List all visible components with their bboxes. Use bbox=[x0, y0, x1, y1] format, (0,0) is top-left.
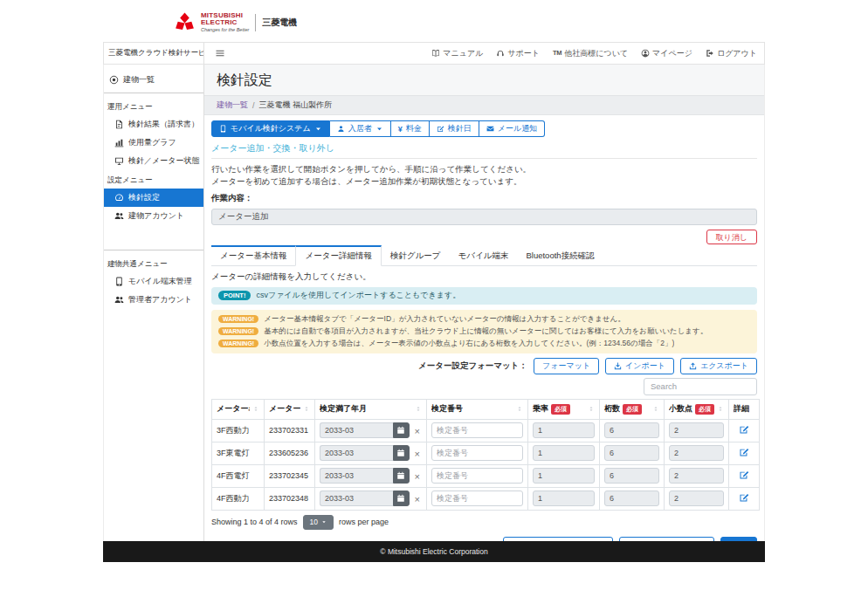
edit-detail-button[interactable] bbox=[739, 424, 749, 437]
column-header-content: メーターID bbox=[269, 403, 310, 415]
tab-item[interactable]: モバイル端末 bbox=[450, 245, 518, 266]
calendar-button[interactable] bbox=[393, 468, 410, 484]
format-button[interactable]: フォーマット bbox=[534, 358, 599, 374]
wizard-tabs: メーター基本情報メーター詳細情報検針グループモバイル端末Bluetooth接続確… bbox=[211, 245, 757, 266]
cert-number-input[interactable] bbox=[431, 445, 523, 461]
topmenu-item[interactable]: TM他社商標について bbox=[553, 48, 628, 59]
topmenu-item[interactable]: ログアウト bbox=[706, 48, 757, 59]
toolbar-button[interactable]: モバイル検針システム bbox=[211, 120, 330, 137]
column-label: メーターID bbox=[269, 403, 300, 415]
expiry-date-input bbox=[320, 445, 393, 461]
expiry-date-group: × bbox=[320, 468, 422, 484]
column-header[interactable]: 小数点位置必須 bbox=[665, 399, 729, 419]
column-header[interactable]: 桁数必須 bbox=[600, 399, 665, 419]
pencil-square-icon bbox=[437, 125, 444, 133]
menu-icon[interactable] bbox=[215, 43, 225, 64]
prev-tab-button[interactable]: 前：メーター基本情報 bbox=[503, 537, 613, 541]
toolbar-button[interactable]: メール通知 bbox=[479, 120, 545, 137]
sidebar-item[interactable]: モバイル端末管理 bbox=[104, 272, 203, 291]
sidebar-item[interactable]: 検針設定 bbox=[104, 189, 203, 207]
format-label: メーター設定フォーマット： bbox=[418, 360, 527, 372]
column-label: 小数点位置 bbox=[669, 403, 692, 415]
format-button[interactable]: エクスポート bbox=[680, 358, 757, 374]
clear-date-button[interactable]: × bbox=[413, 492, 422, 505]
calendar-button[interactable] bbox=[393, 491, 410, 506]
column-header[interactable]: 検定満了年月 bbox=[315, 399, 427, 419]
warning-line: WARNING!メーター基本情報タブで「メーターID」が入力されていないメーター… bbox=[218, 313, 750, 326]
pencil-square-icon bbox=[739, 492, 749, 503]
tab-instruction: メーターの詳細情報を入力してください。 bbox=[211, 271, 757, 283]
person-icon bbox=[337, 125, 345, 133]
expiry-date-group: × bbox=[320, 422, 422, 438]
tab-item[interactable]: Bluetooth接続確認 bbox=[517, 245, 603, 266]
sidebar-item[interactable]: 検針結果（請求書） bbox=[104, 115, 203, 134]
tab-item[interactable]: メーター基本情報 bbox=[211, 245, 295, 266]
expiry-cell: × bbox=[315, 419, 427, 442]
edit-detail-button[interactable] bbox=[739, 447, 749, 460]
sort-icon bbox=[588, 405, 595, 413]
cert-number-input[interactable] bbox=[431, 422, 523, 438]
record-circle-icon bbox=[109, 75, 119, 85]
page-title: 検針設定 bbox=[217, 72, 752, 90]
edit-detail-button[interactable] bbox=[739, 492, 749, 505]
topmenu-item-label: マニュアル bbox=[443, 48, 483, 59]
search-input[interactable] bbox=[644, 378, 757, 395]
clear-date-button[interactable]: × bbox=[413, 424, 422, 437]
column-header[interactable]: メーターID bbox=[265, 399, 315, 419]
clear-date-button[interactable]: × bbox=[413, 470, 422, 483]
work-content-label: 作業内容： bbox=[211, 193, 757, 204]
pencil-square-icon bbox=[739, 424, 749, 435]
topmenu-item[interactable]: サポート bbox=[496, 48, 540, 59]
cert-number-input[interactable] bbox=[431, 491, 523, 506]
sidebar-item[interactable]: 建物アカウント bbox=[104, 207, 203, 225]
cert-number-cell bbox=[427, 419, 528, 442]
sort-icon bbox=[516, 405, 523, 413]
toolbar-button[interactable]: ¥料金 bbox=[391, 120, 430, 137]
format-button[interactable]: インポート bbox=[605, 358, 674, 374]
cert-number-input[interactable] bbox=[431, 468, 523, 484]
meter-operations-link[interactable]: メーター追加・交換・取り外し bbox=[211, 142, 334, 154]
cert-number-cell bbox=[427, 442, 528, 464]
topmenu-item[interactable]: マイページ bbox=[641, 48, 692, 59]
decimal-position-input bbox=[669, 445, 724, 461]
cancel-button[interactable]: 取り消し bbox=[706, 230, 757, 244]
column-header[interactable]: メーター名称 bbox=[212, 399, 265, 419]
calendar-button[interactable] bbox=[393, 445, 410, 461]
content-area: モバイル検針システム入居者¥料金検針日メール通知 メーター追加・交換・取り外し … bbox=[204, 115, 764, 541]
digits-input bbox=[604, 422, 659, 438]
topmenu-item-label: 他社商標について bbox=[564, 48, 628, 59]
column-header[interactable]: 検定番号 bbox=[427, 399, 528, 419]
clear-date-button[interactable]: × bbox=[413, 447, 422, 460]
topmenu-item-label: マイページ bbox=[652, 48, 692, 59]
sidebar-item-label: 検針結果（請求書） bbox=[128, 119, 199, 130]
expiry-date-group: × bbox=[320, 445, 422, 461]
edit-detail-button[interactable] bbox=[739, 470, 749, 483]
next-tab-button[interactable]: 次：検針グループ bbox=[619, 537, 714, 541]
sort-icon bbox=[717, 405, 724, 413]
column-header[interactable]: 乗率必須 bbox=[528, 399, 600, 419]
breadcrumb-root-link[interactable]: 建物一覧 bbox=[217, 99, 248, 111]
topmenu-item[interactable]: マニュアル bbox=[431, 48, 483, 59]
toolbar-button[interactable]: 検針日 bbox=[430, 120, 479, 137]
multiplier-input-cell bbox=[528, 464, 600, 487]
format-row: メーター設定フォーマット： フォーマットインポートエクスポート bbox=[211, 358, 757, 374]
toolbar-button[interactable]: 入居者 bbox=[330, 120, 391, 137]
sidebar-item[interactable]: 管理者アカウント bbox=[104, 291, 203, 309]
page-size-dropdown[interactable]: 10 bbox=[303, 515, 334, 530]
point-text: csvファイルを使用してインポートすることもできます。 bbox=[256, 290, 460, 301]
invoice-icon bbox=[114, 120, 124, 129]
column-header: 詳細 bbox=[729, 399, 760, 419]
meter-name-cell: 3F西動力 bbox=[212, 419, 265, 442]
tab-item[interactable]: 検針グループ bbox=[382, 245, 450, 266]
calendar-button[interactable] bbox=[393, 422, 410, 438]
warning-line: WARNING!小数点位置を入力する場合は、メーター表示値の小数点より右にある桁… bbox=[218, 338, 750, 350]
decimal-position-input-cell bbox=[665, 487, 729, 510]
meter-name-cell: 4F西動力 bbox=[212, 487, 265, 510]
sidebar-item[interactable]: 使用量グラフ bbox=[104, 134, 203, 152]
save-button[interactable]: 保存 bbox=[720, 537, 757, 541]
sidebar-item[interactable]: 検針／メーター状態 bbox=[104, 152, 203, 170]
breadcrumb-separator: / bbox=[252, 101, 255, 110]
sidebar-item-label: 使用量グラフ bbox=[128, 137, 176, 148]
sidebar-item[interactable]: 建物一覧 bbox=[104, 71, 203, 89]
tab-active[interactable]: メーター詳細情報 bbox=[295, 245, 381, 266]
